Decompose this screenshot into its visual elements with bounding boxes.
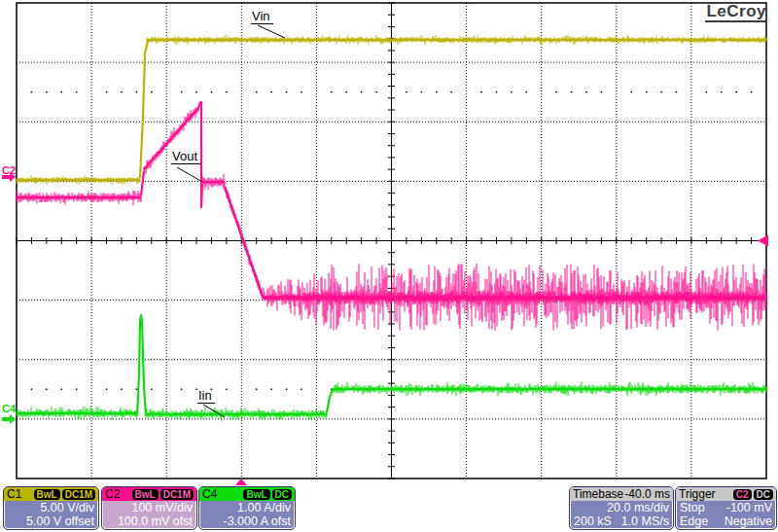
time-per-div: 20.0 ms/div bbox=[607, 501, 669, 514]
c4-offset-row: -3.000 A ofst bbox=[199, 514, 295, 528]
c1-coupling-badge: DC1M bbox=[62, 489, 95, 500]
sample-rate: 1.0 MS/s bbox=[621, 514, 669, 528]
c1-offset-row: 5.00 V offset bbox=[4, 514, 98, 528]
c4-amps-per-div: 1.00 A/div bbox=[237, 501, 291, 514]
timebase-header: Timebase -40.0 ms bbox=[570, 487, 673, 501]
c1-offset: 5.00 V offset bbox=[26, 514, 94, 528]
sample-count: 200 kS bbox=[574, 514, 612, 528]
c1-label: C1 bbox=[7, 488, 21, 501]
trigger-slope: Negative bbox=[725, 514, 772, 528]
trigger-coupling-badge: DC bbox=[754, 489, 773, 500]
trigger-level-row: Stop -100 mV bbox=[676, 501, 776, 514]
c2-bwl-badge: BwL bbox=[132, 489, 159, 500]
timebase-tdiv-row: 20.0 ms/div bbox=[570, 501, 673, 514]
trace-label-vout: Vout bbox=[171, 150, 200, 164]
trigger-box[interactable]: Trigger C2 DC Stop -100 mV Edge Negative bbox=[675, 486, 777, 530]
graticule bbox=[17, 3, 766, 479]
c4-adiv-row: 1.00 A/div bbox=[199, 501, 295, 514]
timebase-label: Timebase bbox=[573, 488, 623, 501]
markers bbox=[2, 172, 768, 485]
channel-box-c4[interactable]: C4 BwL DC 1.00 A/div -3.000 A ofst bbox=[198, 486, 296, 530]
c2-offset: 100.0 mV ofst bbox=[118, 514, 193, 528]
c4-header: C4 BwL DC bbox=[199, 487, 295, 501]
c2-volts-per-div: 100 mV/div bbox=[131, 501, 193, 514]
c2-offset-row: 100.0 mV ofst bbox=[102, 514, 196, 528]
trigger-header: Trigger C2 DC bbox=[676, 487, 776, 501]
c1-header: C1 BwL DC1M bbox=[4, 487, 98, 501]
label-pointer-lines bbox=[177, 25, 285, 417]
c2-label: C2 bbox=[105, 488, 120, 501]
scope-display bbox=[0, 0, 778, 532]
c2-vdiv-row: 100 mV/div bbox=[102, 501, 196, 514]
c4-bwl-badge: BwL bbox=[243, 489, 269, 500]
trigger-time-marker[interactable] bbox=[235, 479, 247, 485]
timebase-delay: -40.0 ms bbox=[624, 488, 670, 501]
c2-zero-marker-label[interactable]: C2 bbox=[2, 165, 16, 176]
trace-label-iin: Iin bbox=[197, 389, 215, 404]
trigger-label: Trigger bbox=[679, 488, 716, 501]
trigger-mode: Stop bbox=[680, 501, 705, 514]
lecroy-logo: LeCroy bbox=[705, 3, 767, 22]
trigger-level: -100 mV bbox=[726, 501, 772, 514]
c4-zero-marker-label[interactable]: C4 bbox=[2, 404, 16, 414]
channel-box-c2[interactable]: C2 BwL DC1M 100 mV/div 100.0 mV ofst bbox=[101, 486, 197, 530]
c4-offset: -3.000 A ofst bbox=[224, 514, 292, 528]
c2-header: C2 BwL DC1M bbox=[102, 487, 196, 501]
timebase-box[interactable]: Timebase -40.0 ms 20.0 ms/div 200 kS 1.0… bbox=[569, 486, 674, 530]
c4-coupling-badge: DC bbox=[272, 489, 292, 500]
c4-label: C4 bbox=[202, 488, 217, 501]
trigger-source-badge: C2 bbox=[733, 489, 752, 500]
trace-label-vin: Vin bbox=[251, 10, 273, 24]
trigger-level-marker[interactable] bbox=[758, 235, 768, 247]
trigger-type: Edge bbox=[680, 514, 708, 528]
timebase-sample-row: 200 kS 1.0 MS/s bbox=[570, 514, 673, 528]
c1-volts-per-div: 5.00 V/div bbox=[40, 501, 94, 514]
c1-bwl-badge: BwL bbox=[34, 489, 60, 500]
c2-coupling-badge: DC1M bbox=[160, 489, 194, 500]
c1-vdiv-row: 5.00 V/div bbox=[4, 501, 98, 514]
c4-zero-marker-arrow[interactable] bbox=[2, 414, 16, 424]
channel-box-c1[interactable]: C1 BwL DC1M 5.00 V/div 5.00 V offset bbox=[3, 486, 99, 530]
trigger-slope-row: Edge Negative bbox=[676, 514, 776, 528]
